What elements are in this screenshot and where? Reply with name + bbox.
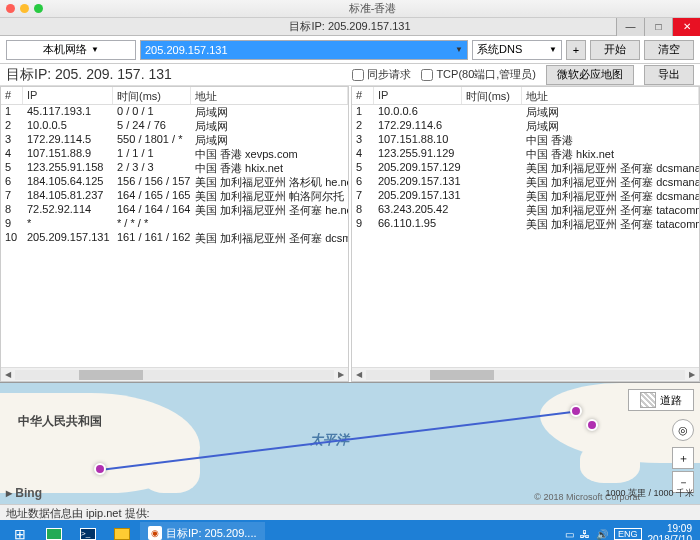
target-ip-input[interactable]: 205.209.157.131 ▼ (140, 40, 468, 60)
table-row[interactable]: 6205.209.157.131美国 加利福尼亚州 圣何塞 dcsmanage.… (352, 175, 699, 189)
map-layer-button[interactable]: 道路 (628, 389, 694, 411)
traffic-lights (6, 4, 43, 13)
layer-icon (640, 392, 656, 408)
tray-network-icon[interactable]: 🖧 (580, 529, 590, 540)
zoom-in-button[interactable]: ＋ (672, 447, 694, 469)
table-row[interactable]: 3107.151.88.10中国 香港 (352, 133, 699, 147)
col-ip[interactable]: IP (374, 87, 462, 104)
close-dot[interactable] (6, 4, 15, 13)
bing-logo: ▸ Bing (6, 486, 42, 500)
table-row[interactable]: 966.110.1.95美国 加利福尼亚州 圣何塞 tatacommunicat… (352, 217, 699, 231)
close-button[interactable]: ✕ (672, 18, 700, 36)
window-controls: — □ ✕ (616, 18, 700, 36)
export-button[interactable]: 导出 (644, 65, 694, 85)
col-addr[interactable]: 地址 (522, 87, 699, 104)
clear-button[interactable]: 清空 (644, 40, 694, 60)
table-row[interactable]: 9** / * / * (1, 217, 348, 231)
footer-credit: 地址数据信息由 ipip.net 提供: (0, 504, 700, 520)
col-time[interactable]: 时间(ms) (462, 87, 522, 104)
taskbar-clock[interactable]: 19:09 2018/7/10 (648, 523, 697, 540)
right-table-pane: # IP 时间(ms) 地址 110.0.0.6局域网2172.29.114.6… (351, 86, 700, 382)
map-land (140, 443, 200, 493)
start-button[interactable]: 开始 (590, 40, 640, 60)
table-row[interactable]: 6184.105.64.125156 / 156 / 157美国 加利福尼亚州 … (1, 175, 348, 189)
table-row[interactable]: 863.243.205.42美国 加利福尼亚州 圣何塞 tatacommunic… (352, 203, 699, 217)
table-row[interactable]: 145.117.193.10 / 0 / 1局域网 (1, 105, 348, 119)
left-hscroll[interactable]: ◀ ▶ (1, 367, 348, 381)
start-button[interactable]: ⊞ (4, 522, 36, 540)
taskbar-tray: ▭ 🖧 🔊 ENG 19:09 2018/7/10 (565, 523, 696, 540)
chevron-down-icon: ▼ (549, 45, 557, 54)
macos-titlebar: 标准-香港 (0, 0, 700, 18)
table-row[interactable]: 2172.29.114.6局域网 (352, 119, 699, 133)
toolbar: 本机网络▼ 205.209.157.131 ▼ 系统DNS▼ + 开始 清空 (0, 36, 700, 64)
col-addr[interactable]: 地址 (191, 87, 348, 104)
table-row[interactable]: 5123.255.91.1582 / 3 / 3中国 香港 hkix.net (1, 161, 348, 175)
scroll-right-icon[interactable]: ▶ (334, 370, 348, 379)
table-row[interactable]: 872.52.92.114164 / 164 / 164美国 加利福尼亚州 圣何… (1, 203, 348, 217)
left-table-header: # IP 时间(ms) 地址 (1, 87, 348, 105)
table-row[interactable]: 7205.209.157.131美国 加利福尼亚州 圣何塞 dcsmanage.… (352, 189, 699, 203)
bing-map-button[interactable]: 微软必应地图 (546, 65, 634, 85)
scroll-left-icon[interactable]: ◀ (352, 370, 366, 379)
results-area: # IP 时间(ms) 地址 145.117.193.10 / 0 / 1局域网… (0, 86, 700, 382)
minimize-button[interactable]: — (616, 18, 644, 36)
table-row[interactable]: 110.0.0.6局域网 (352, 105, 699, 119)
taskbar-server-icon[interactable] (38, 522, 70, 540)
sync-checkbox[interactable]: 同步请求 (352, 67, 411, 82)
map-scale: 1000 英里 / 1000 千米 (605, 487, 694, 500)
language-indicator[interactable]: ENG (614, 528, 642, 540)
tray-sound-icon[interactable]: 🔊 (596, 529, 608, 540)
route-node-end[interactable] (586, 419, 598, 431)
maximize-button[interactable]: □ (644, 18, 672, 36)
table-row[interactable]: 10205.209.157.131161 / 161 / 162美国 加利福尼亚… (1, 231, 348, 245)
taskbar-app-active[interactable]: ◉ 目标IP: 205.209.... (140, 522, 265, 540)
table-row[interactable]: 4107.151.88.91 / 1 / 1中国 香港 xevps.com (1, 147, 348, 161)
scroll-right-icon[interactable]: ▶ (685, 370, 699, 379)
table-row[interactable]: 210.0.0.55 / 24 / 76局域网 (1, 119, 348, 133)
maximize-dot[interactable] (34, 4, 43, 13)
minimize-dot[interactable] (20, 4, 29, 13)
right-table-header: # IP 时间(ms) 地址 (352, 87, 699, 105)
dns-combo[interactable]: 系统DNS▼ (472, 40, 562, 60)
col-num[interactable]: # (1, 87, 23, 104)
table-row[interactable]: 7184.105.81.237164 / 165 / 165美国 加利福尼亚州 … (1, 189, 348, 203)
target-ip-label: 目标IP: 205. 209. 157. 131 (6, 66, 172, 84)
taskbar-explorer-icon[interactable] (106, 522, 138, 540)
map-land (580, 443, 640, 483)
route-node[interactable] (570, 405, 582, 417)
tray-flag-icon[interactable]: ▭ (565, 529, 574, 540)
windows-taskbar: ⊞ >_ ◉ 目标IP: 205.209.... ▭ 🖧 🔊 ENG 19:09… (0, 520, 700, 540)
chevron-down-icon: ▼ (91, 45, 99, 54)
table-row[interactable]: 4123.255.91.129中国 香港 hkix.net (352, 147, 699, 161)
right-table-body[interactable]: 110.0.0.6局域网2172.29.114.6局域网3107.151.88.… (352, 105, 699, 367)
subtitle-text: 目标IP: 205.209.157.131 (289, 19, 410, 34)
chevron-down-icon: ▼ (455, 45, 463, 54)
map-view[interactable]: 中华人民共和国 太平洋 道路 ◎ ＋ － ▸ Bing © 2018 Micro… (0, 382, 700, 504)
taskbar-powershell-icon[interactable]: >_ (72, 522, 104, 540)
col-time[interactable]: 时间(ms) (113, 87, 191, 104)
tcp-checkbox[interactable]: TCP(80端口,管理员) (421, 67, 536, 82)
table-row[interactable]: 5205.209.157.129美国 加利福尼亚州 圣何塞 dcsmanage.… (352, 161, 699, 175)
window-title: 标准-香港 (51, 1, 694, 16)
map-label-china: 中华人民共和国 (18, 413, 102, 430)
locate-button[interactable]: ◎ (672, 419, 694, 441)
app-titlebar: 目标IP: 205.209.157.131 — □ ✕ (0, 18, 700, 36)
target-row: 目标IP: 205. 209. 157. 131 同步请求 TCP(80端口,管… (0, 64, 700, 86)
col-num[interactable]: # (352, 87, 374, 104)
scroll-thumb[interactable] (79, 370, 143, 380)
table-row[interactable]: 3172.29.114.5550 / 1801 / *局域网 (1, 133, 348, 147)
local-network-combo[interactable]: 本机网络▼ (6, 40, 136, 60)
route-node-start[interactable] (94, 463, 106, 475)
scroll-left-icon[interactable]: ◀ (1, 370, 15, 379)
col-ip[interactable]: IP (23, 87, 113, 104)
right-hscroll[interactable]: ◀ ▶ (352, 367, 699, 381)
left-table-body[interactable]: 145.117.193.10 / 0 / 1局域网210.0.0.55 / 24… (1, 105, 348, 367)
scroll-thumb[interactable] (430, 370, 494, 380)
add-button[interactable]: + (566, 40, 586, 60)
left-table-pane: # IP 时间(ms) 地址 145.117.193.10 / 0 / 1局域网… (0, 86, 349, 382)
